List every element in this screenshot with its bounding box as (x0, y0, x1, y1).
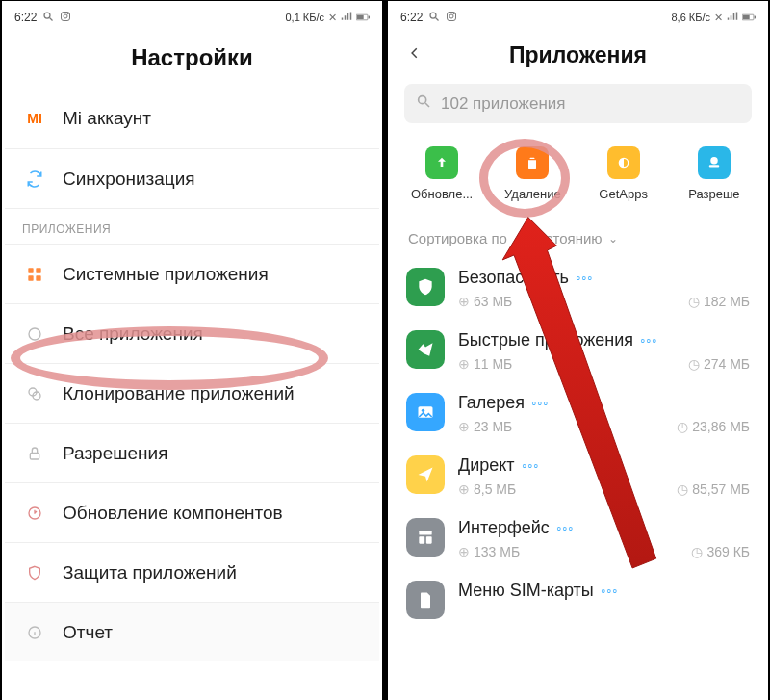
header: Приложения (391, 31, 765, 74)
svg-point-34 (422, 409, 424, 412)
app-icon (406, 581, 445, 619)
sort-label-prefix: Сортировка по (408, 230, 507, 246)
network-speed: 8,6 КБ/с (671, 12, 710, 23)
tab-updates[interactable]: Обновле... (397, 146, 487, 201)
search-placeholder: 102 приложения (441, 94, 566, 114)
battery-icon (356, 12, 370, 23)
app-name: Директ∘∘∘ (458, 455, 750, 476)
search-input[interactable]: 102 приложения (404, 84, 752, 123)
storage-icon: ⊕ (458, 356, 470, 372)
update-icon (20, 506, 49, 521)
row-report[interactable]: Отчет (5, 602, 379, 661)
app-row[interactable]: Меню SIM-карты∘∘∘ (391, 569, 765, 629)
svg-point-23 (449, 14, 453, 18)
svg-rect-27 (743, 15, 750, 19)
apps-icon (20, 326, 49, 342)
svg-rect-32 (709, 165, 720, 167)
app-list[interactable]: Безопасность∘∘∘ ⊕63 МБ ◷182 МБ Быстрые п… (391, 256, 765, 629)
svg-rect-7 (357, 15, 364, 19)
chevron-down-icon: ⌄ (608, 232, 618, 246)
clone-icon (20, 386, 49, 402)
signal-icon (727, 12, 738, 23)
app-icon (406, 268, 445, 306)
row-component-update[interactable]: Обновление компонентов (5, 482, 379, 542)
action-tabs: Обновле... Удаление GetApps Разреше (391, 129, 765, 213)
clock-icon: ◷ (677, 481, 688, 497)
svg-point-31 (710, 157, 718, 165)
svg-rect-6 (369, 16, 370, 19)
svg-point-12 (29, 328, 40, 340)
sort-label-suffix: стоянию (546, 230, 603, 246)
clock-text: 6:22 (400, 11, 423, 24)
svg-point-3 (64, 14, 67, 18)
getapps-icon (607, 146, 640, 179)
row-all-apps[interactable]: Все приложения (5, 303, 379, 363)
app-name: Интерфейс∘∘∘ (458, 518, 750, 538)
instagram-icon (60, 11, 71, 25)
svg-rect-11 (36, 275, 40, 280)
app-icon (406, 455, 445, 494)
tab-getapps[interactable]: GetApps (578, 146, 669, 201)
svg-rect-9 (36, 268, 40, 272)
sort-dropdown[interactable]: Сортировка по стоянию ⌄ (391, 213, 765, 256)
status-bar: 6:22 8,6 КБ/с ✕ (391, 4, 765, 31)
settings-list[interactable]: MI Mi аккаунт Синхронизация ПРИЛОЖЕНИЯ С… (5, 89, 379, 697)
clock-icon: ◷ (677, 419, 688, 434)
storage-icon: ⊕ (458, 419, 470, 434)
svg-rect-36 (419, 536, 424, 544)
svg-point-20 (430, 13, 436, 18)
search-icon (416, 93, 431, 114)
svg-line-21 (436, 17, 439, 20)
app-name: Безопасность∘∘∘ (458, 268, 750, 288)
status-bar: 6:22 0,1 КБ/с ✕ (5, 4, 379, 31)
svg-rect-26 (755, 16, 756, 19)
permissions-icon (698, 146, 731, 179)
svg-point-28 (419, 96, 426, 104)
row-mi-account[interactable]: MI Mi аккаунт (5, 89, 379, 148)
clock-icon: ◷ (691, 544, 703, 559)
app-row[interactable]: Галерея∘∘∘ ⊕23 МБ ◷23,86 МБ (391, 381, 765, 444)
back-button[interactable] (400, 43, 429, 68)
app-name: Быстрые приложения∘∘∘ (458, 330, 750, 350)
app-icon (406, 518, 445, 557)
svg-point-24 (454, 13, 455, 13)
svg-rect-10 (28, 275, 33, 280)
app-row[interactable]: Директ∘∘∘ ⊕8,5 МБ ◷85,57 МБ (391, 444, 765, 506)
sync-icon (20, 170, 49, 188)
tab-delete[interactable]: Удаление (487, 146, 578, 201)
row-system-apps[interactable]: Системные приложения (5, 244, 379, 303)
svg-line-29 (425, 103, 429, 107)
page-title: Настройки (5, 31, 379, 89)
app-name: Меню SIM-карты∘∘∘ (458, 581, 750, 601)
row-clone-apps[interactable]: Клонирование приложений (5, 363, 379, 423)
storage-icon: ⊕ (458, 544, 470, 559)
mi-icon: MI (20, 111, 49, 126)
svg-rect-8 (28, 268, 33, 272)
search-icon (428, 11, 440, 25)
svg-point-4 (68, 13, 69, 13)
storage-icon: ⊕ (458, 481, 470, 497)
app-row[interactable]: Интерфейс∘∘∘ ⊕133 МБ ◷369 КБ (391, 506, 765, 569)
phone-settings: 6:22 0,1 КБ/с ✕ Настройки (2, 1, 382, 700)
row-permissions[interactable]: Разрешения (5, 423, 379, 482)
app-row[interactable]: Безопасность∘∘∘ ⊕63 МБ ◷182 МБ (391, 256, 765, 319)
signal-icon (341, 12, 352, 23)
clock-icon: ◷ (688, 294, 700, 309)
instagram-icon (446, 11, 457, 25)
storage-icon: ⊕ (458, 294, 470, 309)
search-icon (42, 11, 54, 25)
arrow-up-icon (425, 146, 458, 179)
app-row[interactable]: Быстрые приложения∘∘∘ ⊕11 МБ ◷274 МБ (391, 319, 765, 381)
phone-apps: 6:22 8,6 КБ/с ✕ (388, 1, 768, 700)
svg-rect-15 (30, 453, 38, 459)
tab-permissions[interactable]: Разреше (669, 146, 759, 201)
no-sim-icon: ✕ (328, 12, 337, 24)
lock-icon (20, 445, 49, 462)
section-apps: ПРИЛОЖЕНИЯ (5, 208, 379, 244)
no-sim-icon: ✕ (714, 12, 723, 24)
row-app-protection[interactable]: Защита приложений (5, 542, 379, 602)
info-icon (20, 625, 49, 640)
row-sync[interactable]: Синхронизация (5, 148, 379, 208)
svg-rect-35 (419, 531, 431, 534)
svg-point-0 (44, 13, 50, 18)
